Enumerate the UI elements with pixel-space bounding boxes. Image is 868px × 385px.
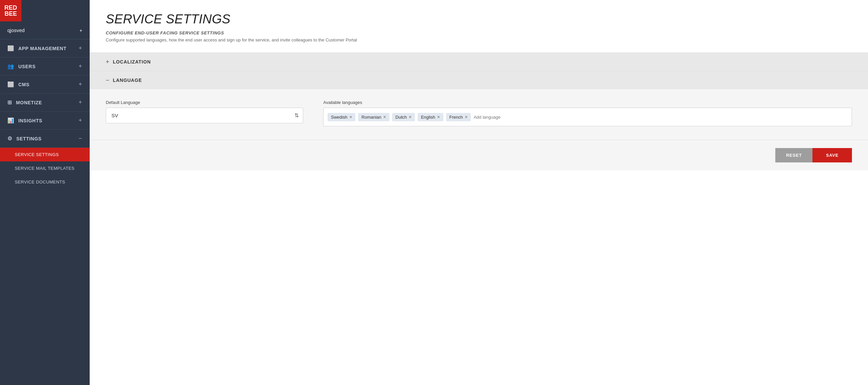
sidebar-item-insights[interactable]: 📊 INSIGHTS + [0, 112, 90, 130]
default-language-select[interactable]: SV EN FR NL [106, 108, 303, 123]
sidebar-item-label: CMS [19, 82, 29, 87]
language-section-label: LANGUAGE [113, 77, 142, 83]
cms-expand-icon[interactable]: + [79, 81, 82, 88]
lang-tag-romanian: Romanian × [358, 113, 389, 121]
lang-tag-english-remove[interactable]: × [437, 115, 440, 119]
language-toggle-icon[interactable]: − [106, 77, 110, 83]
lang-tag-swedish: Swedish × [328, 113, 355, 121]
localization-toggle-icon[interactable]: + [106, 59, 110, 65]
available-languages-label: Available languages [323, 100, 852, 105]
sidebar: REDBEE qjosved + ⬜ APP MANAGEMENT + 👥 US… [0, 0, 90, 385]
page-description: Configure supported languages, how the e… [106, 37, 852, 42]
lang-tag-english: English × [417, 113, 443, 121]
lang-tag-french-label: French [450, 115, 463, 120]
language-grid: Default Language SV EN FR NL ⇅ Available… [106, 100, 852, 126]
logo-text: REDBEE [4, 5, 17, 17]
monetize-expand-icon[interactable]: + [79, 99, 82, 106]
reset-button[interactable]: RESET [775, 148, 812, 163]
available-languages-field: Available languages Swedish × Romanian ×… [323, 100, 852, 126]
username-label: qjosved [7, 27, 25, 33]
user-expand-icon[interactable]: + [79, 27, 82, 33]
sidebar-item-label: APP MANAGEMENT [19, 46, 67, 51]
language-section-content: Default Language SV EN FR NL ⇅ Available… [90, 89, 868, 140]
default-language-field: Default Language SV EN FR NL ⇅ [106, 100, 303, 123]
cms-icon: ⬜ [7, 81, 14, 88]
lang-tag-romanian-remove[interactable]: × [383, 115, 386, 119]
localization-section-label: LOCALIZATION [113, 59, 151, 65]
page-header: SERVICE SETTINGS CONFIGURE END-USER FACI… [90, 0, 868, 53]
lang-tag-dutch-label: Dutch [396, 115, 407, 120]
bottom-action-bar: RESET SAVE [90, 140, 868, 170]
sub-item-label: SERVICE SETTINGS [15, 152, 59, 157]
sidebar-sub-item-service-settings[interactable]: SERVICE SETTINGS [0, 148, 90, 162]
sidebar-sub-item-service-mail-templates[interactable]: SERVICE MAIL TEMPLATES [0, 162, 90, 175]
sidebar-item-cms[interactable]: ⬜ CMS + [0, 75, 90, 94]
insights-expand-icon[interactable]: + [79, 117, 82, 124]
sidebar-item-monetize[interactable]: ⊞ MONETIZE + [0, 94, 90, 112]
lang-tag-dutch: Dutch × [392, 113, 415, 121]
lang-tag-romanian-label: Romanian [362, 115, 381, 120]
sidebar-sub-item-service-documents[interactable]: SERVICE DOCUMENTS [0, 175, 90, 189]
sidebar-item-users[interactable]: 👥 USERS + [0, 58, 90, 75]
sidebar-item-settings[interactable]: ⚙ SETTINGS − [0, 130, 90, 148]
language-section: − LANGUAGE Default Language SV EN FR NL … [90, 71, 868, 170]
sidebar-item-label: MONETIZE [16, 100, 42, 105]
default-language-select-wrapper[interactable]: SV EN FR NL ⇅ [106, 108, 303, 123]
app-management-expand-icon[interactable]: + [79, 45, 82, 52]
language-tags-container[interactable]: Swedish × Romanian × Dutch × English [323, 108, 852, 126]
save-button[interactable]: SAVE [812, 148, 852, 163]
page-title: SERVICE SETTINGS [106, 12, 852, 26]
lang-tag-french-remove[interactable]: × [465, 115, 467, 119]
language-section-header[interactable]: − LANGUAGE [90, 71, 868, 89]
lang-tag-english-label: English [421, 115, 435, 120]
settings-icon: ⚙ [7, 135, 12, 142]
lang-tag-french: French × [446, 113, 471, 121]
sidebar-item-label: INSIGHTS [19, 118, 42, 123]
lang-tag-dutch-remove[interactable]: × [409, 115, 411, 119]
users-icon: 👥 [7, 63, 14, 70]
lang-tag-swedish-remove[interactable]: × [349, 115, 352, 119]
logo: REDBEE [0, 0, 22, 22]
sidebar-item-app-management[interactable]: ⬜ APP MANAGEMENT + [0, 39, 90, 58]
sidebar-user[interactable]: qjosved + [0, 22, 90, 39]
lang-tag-swedish-label: Swedish [331, 115, 347, 120]
add-language-input[interactable] [473, 115, 530, 120]
app-management-icon: ⬜ [7, 45, 14, 51]
page-subtitle: CONFIGURE END-USER FACING SERVICE SETTIN… [106, 30, 852, 35]
sidebar-item-label: SETTINGS [17, 136, 42, 141]
insights-icon: 📊 [7, 117, 14, 124]
users-expand-icon[interactable]: + [79, 63, 82, 70]
default-language-label: Default Language [106, 100, 303, 105]
sub-item-label: SERVICE DOCUMENTS [15, 179, 65, 184]
sidebar-item-label: USERS [19, 64, 36, 69]
localization-section: + LOCALIZATION [90, 53, 868, 71]
sub-item-label: SERVICE MAIL TEMPLATES [15, 166, 74, 171]
monetize-icon: ⊞ [7, 99, 12, 106]
localization-section-header[interactable]: + LOCALIZATION [90, 53, 868, 71]
settings-expand-icon[interactable]: − [79, 135, 82, 142]
main-content: SERVICE SETTINGS CONFIGURE END-USER FACI… [90, 0, 868, 385]
